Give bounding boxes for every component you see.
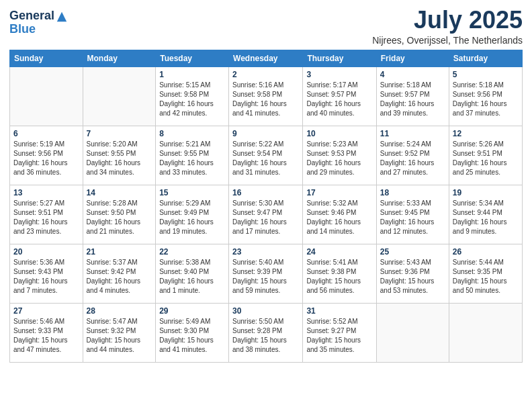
day-info: Sunrise: 5:30 AM Sunset: 9:47 PM Dayligh… [232,199,299,236]
calendar-week-3: 13Sunrise: 5:27 AM Sunset: 9:51 PM Dayli… [10,185,523,244]
logo-general: General [9,9,54,23]
day-number: 22 [159,247,225,257]
calendar-cell: 27Sunrise: 5:46 AM Sunset: 9:33 PM Dayli… [10,303,83,362]
month-title: July 2025 [372,7,523,34]
day-number: 26 [453,247,519,257]
day-number: 25 [380,247,445,257]
calendar-cell: 16Sunrise: 5:30 AM Sunset: 9:47 PM Dayli… [229,185,303,244]
day-info: Sunrise: 5:38 AM Sunset: 9:40 PM Dayligh… [159,258,225,295]
day-info: Sunrise: 5:19 AM Sunset: 9:56 PM Dayligh… [13,140,79,177]
day-info: Sunrise: 5:20 AM Sunset: 9:55 PM Dayligh… [87,140,152,177]
calendar-cell: 31Sunrise: 5:52 AM Sunset: 9:27 PM Dayli… [303,303,376,362]
day-info: Sunrise: 5:22 AM Sunset: 9:54 PM Dayligh… [232,140,299,177]
day-info: Sunrise: 5:33 AM Sunset: 9:45 PM Dayligh… [380,199,445,236]
logo: General Blue [9,9,68,36]
svg-marker-0 [57,12,66,21]
calendar-cell: 22Sunrise: 5:38 AM Sunset: 9:40 PM Dayli… [156,244,229,303]
day-info: Sunrise: 5:27 AM Sunset: 9:51 PM Dayligh… [13,199,79,236]
calendar-cell: 23Sunrise: 5:40 AM Sunset: 9:39 PM Dayli… [229,244,303,303]
day-number: 21 [87,247,152,257]
calendar-cell: 3Sunrise: 5:17 AM Sunset: 9:57 PM Daylig… [303,66,376,126]
calendar-cell [83,66,156,126]
title-block: July 2025 Nijrees, Overijssel, The Nethe… [372,7,523,46]
header-tuesday: Tuesday [156,50,229,66]
calendar-cell: 2Sunrise: 5:16 AM Sunset: 9:58 PM Daylig… [229,66,303,126]
day-number: 5 [453,70,519,79]
day-info: Sunrise: 5:26 AM Sunset: 9:51 PM Dayligh… [453,140,519,177]
calendar-cell: 24Sunrise: 5:41 AM Sunset: 9:38 PM Dayli… [303,244,376,303]
day-number: 24 [306,247,372,257]
calendar-cell: 12Sunrise: 5:26 AM Sunset: 9:51 PM Dayli… [449,126,522,185]
day-number: 20 [13,247,79,257]
header-wednesday: Wednesday [229,50,303,66]
day-number: 31 [306,306,372,316]
day-number: 9 [232,129,299,138]
calendar-cell: 5Sunrise: 5:18 AM Sunset: 9:56 PM Daylig… [449,66,522,126]
day-info: Sunrise: 5:49 AM Sunset: 9:30 PM Dayligh… [159,317,225,355]
calendar-week-2: 6Sunrise: 5:19 AM Sunset: 9:56 PM Daylig… [10,126,523,185]
day-info: Sunrise: 5:36 AM Sunset: 9:43 PM Dayligh… [13,258,79,295]
calendar-table: Sunday Monday Tuesday Wednesday Thursday… [9,50,523,363]
day-info: Sunrise: 5:15 AM Sunset: 9:58 PM Dayligh… [159,81,225,118]
day-number: 28 [87,306,152,316]
day-number: 17 [306,188,372,197]
day-info: Sunrise: 5:29 AM Sunset: 9:49 PM Dayligh… [159,199,225,236]
day-info: Sunrise: 5:37 AM Sunset: 9:42 PM Dayligh… [87,258,152,295]
day-info: Sunrise: 5:18 AM Sunset: 9:57 PM Dayligh… [380,81,445,118]
calendar-cell: 26Sunrise: 5:44 AM Sunset: 9:35 PM Dayli… [449,244,522,303]
calendar-cell: 13Sunrise: 5:27 AM Sunset: 9:51 PM Dayli… [10,185,83,244]
calendar-cell: 4Sunrise: 5:18 AM Sunset: 9:57 PM Daylig… [376,66,449,126]
calendar-cell: 17Sunrise: 5:32 AM Sunset: 9:46 PM Dayli… [303,185,376,244]
day-number: 23 [232,247,299,257]
day-number: 19 [453,188,519,197]
day-number: 10 [306,129,372,138]
weekday-header-row: Sunday Monday Tuesday Wednesday Thursday… [10,50,523,66]
day-info: Sunrise: 5:40 AM Sunset: 9:39 PM Dayligh… [232,258,299,295]
day-info: Sunrise: 5:50 AM Sunset: 9:28 PM Dayligh… [232,317,299,355]
day-info: Sunrise: 5:28 AM Sunset: 9:50 PM Dayligh… [87,199,152,236]
day-info: Sunrise: 5:21 AM Sunset: 9:55 PM Dayligh… [159,140,225,177]
day-info: Sunrise: 5:34 AM Sunset: 9:44 PM Dayligh… [453,199,519,236]
day-number: 16 [232,188,299,197]
header-sunday: Sunday [10,50,83,66]
calendar-cell: 25Sunrise: 5:43 AM Sunset: 9:36 PM Dayli… [376,244,449,303]
day-number: 7 [87,129,152,138]
calendar-cell: 9Sunrise: 5:22 AM Sunset: 9:54 PM Daylig… [229,126,303,185]
day-number: 29 [159,306,225,316]
calendar-cell: 21Sunrise: 5:37 AM Sunset: 9:42 PM Dayli… [83,244,156,303]
day-number: 18 [380,188,445,197]
calendar-cell [10,66,83,126]
calendar-week-1: 1Sunrise: 5:15 AM Sunset: 9:58 PM Daylig… [10,66,523,126]
header-friday: Friday [376,50,449,66]
calendar-cell: 14Sunrise: 5:28 AM Sunset: 9:50 PM Dayli… [83,185,156,244]
calendar-cell: 8Sunrise: 5:21 AM Sunset: 9:55 PM Daylig… [156,126,229,185]
day-number: 13 [13,188,79,197]
calendar-cell: 7Sunrise: 5:20 AM Sunset: 9:55 PM Daylig… [83,126,156,185]
day-info: Sunrise: 5:47 AM Sunset: 9:32 PM Dayligh… [87,317,152,355]
day-info: Sunrise: 5:43 AM Sunset: 9:36 PM Dayligh… [380,258,445,295]
day-number: 27 [13,306,79,316]
day-number: 8 [159,129,225,138]
calendar-cell: 18Sunrise: 5:33 AM Sunset: 9:45 PM Dayli… [376,185,449,244]
calendar-week-5: 27Sunrise: 5:46 AM Sunset: 9:33 PM Dayli… [10,303,523,362]
calendar-cell: 15Sunrise: 5:29 AM Sunset: 9:49 PM Dayli… [156,185,229,244]
day-info: Sunrise: 5:16 AM Sunset: 9:58 PM Dayligh… [232,81,299,118]
location: Nijrees, Overijssel, The Netherlands [372,35,523,46]
day-info: Sunrise: 5:24 AM Sunset: 9:52 PM Dayligh… [380,140,445,177]
day-number: 15 [159,188,225,197]
day-number: 30 [232,306,299,316]
day-number: 2 [232,70,299,79]
day-number: 14 [87,188,152,197]
calendar-cell: 11Sunrise: 5:24 AM Sunset: 9:52 PM Dayli… [376,126,449,185]
day-info: Sunrise: 5:18 AM Sunset: 9:56 PM Dayligh… [453,81,519,118]
day-number: 6 [13,129,79,138]
logo-icon [56,11,68,23]
day-number: 11 [380,129,445,138]
day-number: 3 [306,70,372,79]
day-number: 12 [453,129,519,138]
day-info: Sunrise: 5:44 AM Sunset: 9:35 PM Dayligh… [453,258,519,295]
calendar-cell: 29Sunrise: 5:49 AM Sunset: 9:30 PM Dayli… [156,303,229,362]
day-info: Sunrise: 5:23 AM Sunset: 9:53 PM Dayligh… [306,140,372,177]
calendar-cell: 28Sunrise: 5:47 AM Sunset: 9:32 PM Dayli… [83,303,156,362]
calendar-cell: 1Sunrise: 5:15 AM Sunset: 9:58 PM Daylig… [156,66,229,126]
